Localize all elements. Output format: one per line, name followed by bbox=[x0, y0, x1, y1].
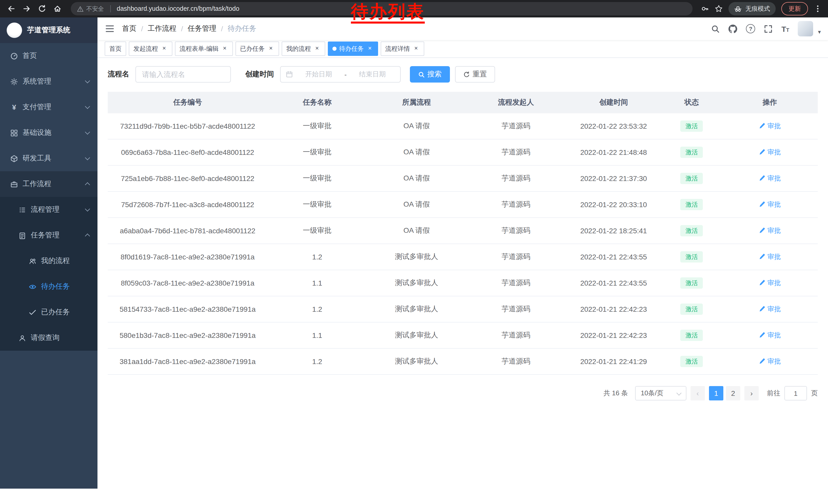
avatar[interactable] bbox=[798, 21, 813, 36]
forward-icon[interactable] bbox=[19, 2, 34, 16]
edit-icon bbox=[759, 358, 765, 365]
app-logo[interactable]: 芋道管理系统 bbox=[0, 17, 97, 43]
sidebar-item-task-management[interactable]: 任务管理 bbox=[0, 223, 97, 248]
date-range-picker[interactable]: 开始日期 - 结束日期 bbox=[280, 66, 401, 83]
font-size-icon[interactable]: TT bbox=[781, 25, 789, 33]
reset-button[interactable]: 重置 bbox=[455, 66, 495, 83]
sidebar-item-system[interactable]: 系统管理 bbox=[0, 69, 97, 94]
approve-link[interactable]: 审批 bbox=[759, 331, 781, 340]
cell-create-time: 2022-01-21 22:41:29 bbox=[566, 349, 662, 374]
page-button-2[interactable]: 2 bbox=[726, 386, 740, 401]
sidebar-item-my-process[interactable]: 我的流程 bbox=[0, 248, 97, 274]
tab[interactable]: 流程详情 × bbox=[381, 42, 424, 56]
page-button-1[interactable]: 1 bbox=[709, 386, 723, 401]
sidebar-item-process-management[interactable]: 流程管理 bbox=[0, 197, 97, 223]
chevron-up-icon bbox=[85, 182, 90, 187]
search-icon[interactable] bbox=[711, 25, 720, 33]
column-header-process: 所属流程 bbox=[367, 92, 466, 113]
sidebar-item-payment[interactable]: ¥ 支付管理 bbox=[0, 94, 97, 120]
approve-link[interactable]: 审批 bbox=[759, 122, 781, 131]
key-icon[interactable] bbox=[701, 5, 709, 13]
prev-page-button[interactable]: ‹ bbox=[691, 386, 705, 401]
sidebar-item-leave-query[interactable]: 请假查询 bbox=[0, 325, 97, 351]
sidebar-item-workflow[interactable]: 工作流程 bbox=[0, 171, 97, 197]
search-button[interactable]: 搜索 bbox=[410, 66, 450, 83]
approve-link[interactable]: 审批 bbox=[759, 278, 781, 288]
status-badge: 激活 bbox=[680, 173, 703, 184]
dashboard-icon bbox=[10, 52, 18, 60]
cell-status: 激活 bbox=[662, 218, 722, 244]
cell-create-time: 2022-01-21 22:42:23 bbox=[566, 296, 662, 322]
tab-close-icon[interactable]: × bbox=[161, 45, 168, 52]
tab-close-icon[interactable]: × bbox=[412, 45, 420, 52]
back-icon[interactable] bbox=[4, 2, 18, 16]
table-row: 069c6a63-7b8a-11ec-8ef0-acde48001122 一级审… bbox=[108, 139, 818, 165]
bookmark-star-icon[interactable] bbox=[715, 5, 723, 13]
column-header-create-time: 创建时间 bbox=[566, 92, 662, 113]
sidebar-item-todo-task[interactable]: 待办任务 bbox=[0, 274, 97, 300]
cell-process: 测试多审批人 bbox=[367, 322, 466, 349]
address-bar[interactable]: 不安全 dashboard.yudao.iocoder.cn/bpm/task/… bbox=[71, 2, 693, 15]
menu-fold-icon[interactable] bbox=[105, 24, 115, 34]
tab-label: 我的流程 bbox=[286, 44, 311, 53]
cell-create-time: 2022-01-21 22:43:55 bbox=[566, 270, 662, 296]
fullscreen-icon[interactable] bbox=[764, 25, 773, 33]
breadcrumb-workflow[interactable]: 工作流程 bbox=[148, 24, 176, 33]
tab-close-icon[interactable]: × bbox=[267, 45, 275, 52]
process-name-input[interactable] bbox=[135, 66, 231, 83]
security-status[interactable]: 不安全 bbox=[77, 5, 104, 12]
approve-link[interactable]: 审批 bbox=[759, 305, 781, 314]
sidebar-item-home[interactable]: 首页 bbox=[0, 43, 97, 69]
approve-link[interactable]: 审批 bbox=[759, 174, 781, 183]
approve-link[interactable]: 审批 bbox=[759, 357, 781, 366]
goto-page-input[interactable] bbox=[784, 386, 807, 401]
cell-task-name: 1.1 bbox=[267, 322, 367, 349]
approve-link[interactable]: 审批 bbox=[759, 252, 781, 262]
cell-task-id: 8f0d1619-7ac8-11ec-a9e2-a2380e71991a bbox=[108, 244, 267, 270]
page-size-select[interactable]: 10条/页 bbox=[635, 386, 687, 401]
status-badge: 激活 bbox=[680, 304, 703, 315]
cell-task-name: 1.2 bbox=[267, 296, 367, 322]
cell-initiator: 芋道源码 bbox=[466, 244, 566, 270]
status-badge: 激活 bbox=[680, 330, 703, 341]
sidebar-item-devtools[interactable]: 研发工具 bbox=[0, 146, 97, 171]
caret-down-icon[interactable]: ▾ bbox=[818, 29, 821, 35]
breadcrumb-task-management[interactable]: 任务管理 bbox=[188, 24, 216, 33]
tab[interactable]: 待办任务 × bbox=[328, 42, 378, 56]
help-icon[interactable]: ? bbox=[746, 24, 755, 33]
cell-process: 测试多审批人 bbox=[367, 244, 466, 270]
table-row: 73211d9d-7b9b-11ec-b5b7-acde48001122 一级审… bbox=[108, 113, 818, 139]
reload-icon[interactable] bbox=[35, 2, 49, 16]
tab-close-icon[interactable]: × bbox=[221, 45, 228, 52]
table-row: 58154733-7ac8-11ec-a9e2-a2380e71991a 1.2… bbox=[108, 296, 818, 322]
chevron-down-icon bbox=[676, 390, 681, 395]
tab[interactable]: 我的流程 × bbox=[282, 42, 325, 56]
approve-link[interactable]: 审批 bbox=[759, 200, 781, 209]
chevron-down-icon bbox=[85, 130, 90, 135]
sidebar-item-infrastructure[interactable]: 基础设施 bbox=[0, 120, 97, 146]
tab[interactable]: 发起流程 × bbox=[129, 42, 172, 56]
tab-close-icon[interactable]: × bbox=[314, 45, 321, 52]
omnibox-divider bbox=[110, 5, 111, 12]
cell-create-time: 2022-01-22 21:48:48 bbox=[566, 139, 662, 165]
cell-actions: 审批 bbox=[722, 113, 818, 139]
cell-process: 测试多审批人 bbox=[367, 349, 466, 374]
approve-link[interactable]: 审批 bbox=[759, 148, 781, 157]
chevron-down-icon bbox=[85, 207, 90, 212]
cell-process: OA 请假 bbox=[367, 165, 466, 191]
home-icon[interactable] bbox=[50, 2, 65, 16]
breadcrumb-home[interactable]: 首页 bbox=[122, 24, 136, 33]
approve-link[interactable]: 审批 bbox=[759, 226, 781, 235]
github-icon[interactable] bbox=[729, 25, 737, 33]
tab[interactable]: 已办任务 × bbox=[236, 42, 279, 56]
sidebar-item-done-task[interactable]: 已办任务 bbox=[0, 300, 97, 325]
browser-menu-icon[interactable] bbox=[814, 5, 822, 13]
next-page-button[interactable]: › bbox=[744, 386, 759, 401]
update-chip[interactable]: 更新 bbox=[781, 2, 808, 15]
column-header-task-name: 任务名称 bbox=[267, 92, 367, 113]
tab[interactable]: 流程表单-编辑 × bbox=[175, 42, 233, 56]
chevron-down-icon bbox=[85, 78, 90, 83]
tab-close-icon[interactable]: × bbox=[366, 45, 373, 52]
filter-bar: 流程名 创建时间 开始日期 - 结束日期 搜索 重 bbox=[108, 66, 818, 83]
tab[interactable]: 首页 bbox=[105, 42, 126, 56]
